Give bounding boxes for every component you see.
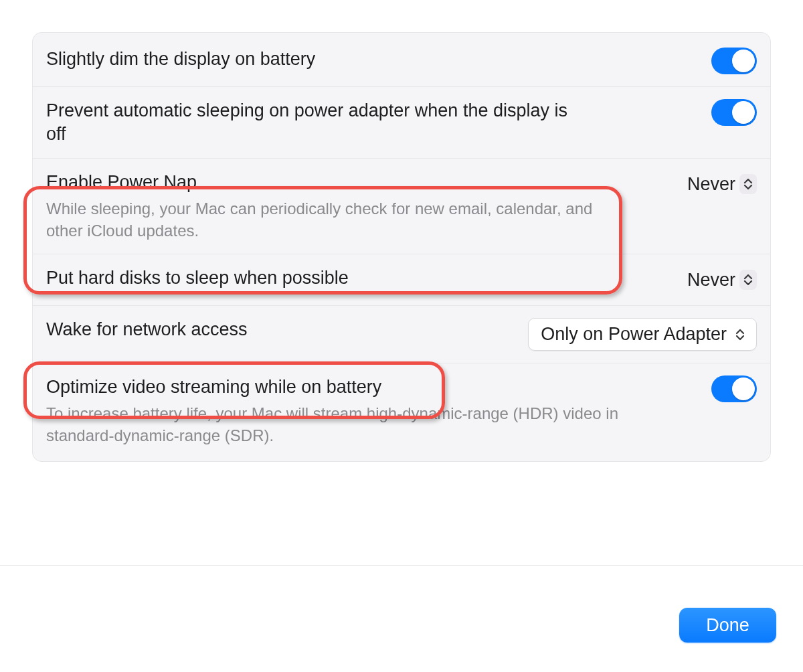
row-hard-disks: Put hard disks to sleep when possible Ne…: [33, 254, 770, 306]
wake-network-select[interactable]: Only on Power Adapter: [528, 318, 757, 351]
row-prevent-sleep: Prevent automatic sleeping on power adap…: [33, 87, 770, 159]
stepper-icon: [739, 270, 757, 290]
toggle-knob-icon: [732, 101, 755, 124]
power-nap-value: Never: [687, 174, 735, 195]
wake-network-value: Only on Power Adapter: [541, 324, 727, 345]
optimize-video-subtitle: To increase battery life, your Mac will …: [46, 403, 619, 446]
power-nap-subtitle: While sleeping, your Mac can periodicall…: [46, 198, 612, 242]
done-button[interactable]: Done: [679, 608, 776, 643]
row-power-nap: Enable Power Nap While sleeping, your Ma…: [33, 159, 770, 254]
power-nap-popup[interactable]: Never: [687, 174, 757, 195]
toggle-knob-icon: [732, 377, 755, 400]
hard-disks-popup[interactable]: Never: [687, 270, 757, 290]
dim-display-title: Slightly dim the display on battery: [46, 48, 695, 71]
row-dim-display: Slightly dim the display on battery: [33, 35, 770, 87]
optimize-video-toggle[interactable]: [711, 375, 757, 402]
prevent-sleep-title: Prevent automatic sleeping on power adap…: [46, 99, 579, 146]
wake-network-title: Wake for network access: [46, 318, 512, 341]
row-wake-network: Wake for network access Only on Power Ad…: [33, 306, 770, 363]
settings-panel: Slightly dim the display on battery Prev…: [32, 32, 771, 462]
power-nap-title: Enable Power Nap: [46, 171, 612, 194]
stepper-icon: [739, 174, 757, 194]
hard-disks-value: Never: [687, 270, 735, 290]
dim-display-toggle[interactable]: [711, 48, 757, 74]
hard-disks-title: Put hard disks to sleep when possible: [46, 266, 671, 290]
optimize-video-title: Optimize video streaming while on batter…: [46, 375, 619, 399]
prevent-sleep-toggle[interactable]: [711, 99, 757, 126]
footer-separator: [0, 565, 803, 566]
toggle-knob-icon: [732, 50, 755, 72]
stepper-icon: [733, 329, 747, 341]
row-optimize-video: Optimize video streaming while on batter…: [33, 363, 770, 458]
